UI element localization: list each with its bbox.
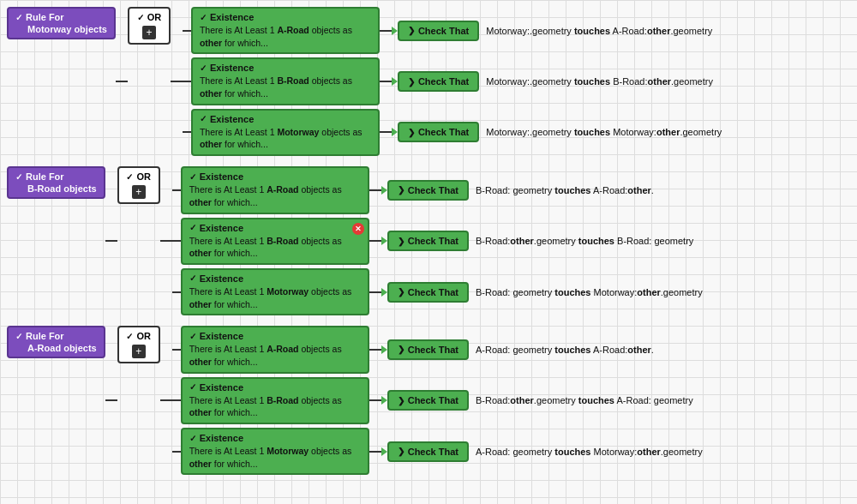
existence-box[interactable]: ✓ Existence There is At Least 1 B-Road o… [191, 57, 380, 105]
check-that-label: Check That [418, 127, 469, 137]
arrow-head-icon [381, 186, 387, 195]
add-branch-button[interactable]: + [132, 345, 146, 358]
rule-subject-bold: Motorway [27, 24, 71, 34]
check-that-box[interactable]: ❯ Check That [387, 441, 469, 462]
result-text: Motorway:.geometry touches Motorway:othe… [486, 127, 722, 137]
arrow-connector [369, 345, 387, 354]
connector-line-2 [160, 240, 172, 242]
rule-group-0: ✓ Rule For Motorway objects ✓ OR + ✓ Exi… [7, 7, 850, 156]
existence-header-label: Existence [200, 273, 243, 284]
check-that-label: Check That [408, 185, 458, 195]
existence-chevron-icon: ✓ [200, 63, 207, 73]
existence-box[interactable]: ✓ Existence There is At Least 1 A-Road o… [181, 326, 369, 373]
check-that-box[interactable]: ❯ Check That [387, 180, 469, 201]
branch-row-1: ✓ Existence ✕ There is At Least 1 B-Road… [172, 218, 703, 265]
existence-box[interactable]: ✓ Existence There is At Least 1 A-Road o… [191, 7, 380, 54]
existence-header-label: Existence [200, 171, 243, 182]
check-chevron-icon: ❯ [398, 345, 405, 354]
rule-for-box[interactable]: ✓ Rule For Motorway objects [7, 7, 116, 39]
or-box[interactable]: ✓ OR + [117, 166, 160, 204]
or-box[interactable]: ✓ OR + [128, 7, 171, 45]
existence-chevron-icon: ✓ [189, 172, 196, 182]
connector-line-2 [160, 399, 172, 401]
check-chevron-icon: ❯ [398, 185, 405, 195]
existence-text: There is At Least 1 A-Road objects as ot… [189, 183, 361, 208]
arrow-line [369, 349, 381, 351]
check-chevron-icon: ❯ [398, 447, 405, 456]
branch-row-2: ✓ Existence There is At Least 1 Motorway… [183, 109, 722, 156]
arrow-head-icon [381, 396, 387, 405]
check-that-box[interactable]: ❯ Check That [387, 231, 469, 251]
or-chevron-icon: ✓ [126, 332, 133, 341]
existence-box[interactable]: ✓ Existence ✕ There is At Least 1 B-Road… [181, 218, 369, 265]
existence-box[interactable]: ✓ Existence There is At Least 1 Motorway… [181, 428, 369, 475]
rule-for-box[interactable]: ✓ Rule For A-Road objects [7, 326, 105, 358]
existence-chevron-icon: ✓ [189, 434, 196, 443]
rule-subject-rest: objects [61, 343, 97, 353]
branch-h-line [172, 240, 181, 242]
result-text: B-Road: geometry touches Motorway:other.… [476, 287, 703, 297]
existence-box[interactable]: ✓ Existence There is At Least 1 Motorway… [181, 268, 369, 315]
check-that-box[interactable]: ❯ Check That [387, 390, 469, 411]
arrow-connector [369, 288, 387, 297]
rule-subject-bold: A-Road [27, 343, 61, 353]
check-that-box[interactable]: ❯ Check That [398, 71, 479, 92]
arrow-line [369, 240, 381, 242]
arrow-head-icon [381, 345, 387, 354]
add-branch-button[interactable]: + [132, 185, 146, 199]
check-that-box[interactable]: ❯ Check That [398, 122, 479, 142]
or-label-text: OR [147, 12, 162, 22]
existence-chevron-icon: ✓ [189, 332, 196, 341]
rule-for-label: Rule For [26, 12, 64, 22]
branch-row-0: ✓ Existence There is At Least 1 A-Road o… [172, 166, 703, 213]
arrow-line [380, 81, 392, 82]
branches-area: ✓ Existence There is At Least 1 A-Road o… [183, 7, 722, 156]
existence-box[interactable]: ✓ Existence There is At Least 1 B-Road o… [181, 377, 369, 424]
arrow-line [369, 399, 381, 401]
or-box[interactable]: ✓ OR + [117, 326, 160, 363]
existence-box[interactable]: ✓ Existence There is At Least 1 A-Road o… [181, 166, 369, 213]
chevron-icon: ✓ [15, 13, 22, 22]
existence-header-label: Existence [200, 433, 243, 443]
arrow-head-icon [381, 447, 387, 456]
add-branch-button[interactable]: + [142, 26, 156, 39]
connector-line-2 [171, 81, 183, 82]
branch-h-line [183, 81, 191, 82]
check-chevron-icon: ❯ [398, 237, 405, 246]
existence-text: There is At Least 1 A-Road objects as ot… [189, 343, 361, 368]
rule-for-box[interactable]: ✓ Rule For B-Road objects [7, 166, 105, 199]
result-text: B-Road:other.geometry touches A-Road: ge… [476, 395, 693, 405]
check-that-box[interactable]: ❯ Check That [387, 339, 469, 360]
arrow-head-icon [392, 128, 398, 136]
chevron-icon: ✓ [15, 172, 22, 182]
check-that-box[interactable]: ❯ Check That [387, 282, 469, 303]
delete-branch-button[interactable]: ✕ [352, 223, 364, 235]
arrow-head-icon [381, 288, 387, 297]
result-text: B-Road:other.geometry touches B-Road: ge… [476, 236, 693, 246]
branch-h-line [183, 30, 191, 32]
existence-chevron-icon: ✓ [189, 223, 196, 232]
check-that-box[interactable]: ❯ Check That [398, 21, 479, 41]
existence-text: There is At Least 1 B-Road objects as ot… [200, 75, 371, 99]
rule-for-label: Rule For [26, 171, 64, 182]
rule-for-label: Rule For [26, 331, 64, 341]
branch-row-0: ✓ Existence There is At Least 1 A-Road o… [172, 326, 703, 373]
arrow-connector [369, 237, 387, 245]
check-that-label: Check That [408, 236, 458, 246]
branch-row-1: ✓ Existence There is At Least 1 B-Road o… [172, 377, 703, 424]
branch-h-line [172, 291, 181, 293]
result-text: B-Road: geometry touches A-Road:other. [476, 185, 654, 195]
arrow-line [380, 131, 392, 133]
check-chevron-icon: ❯ [398, 287, 405, 297]
chevron-icon: ✓ [15, 332, 22, 341]
existence-text: There is At Least 1 B-Road objects as ot… [189, 394, 361, 419]
arrow-connector [369, 186, 387, 195]
result-text: Motorway:.geometry touches B-Road:other.… [486, 76, 713, 87]
arrow-head-icon [392, 27, 398, 35]
or-label-text: OR [136, 171, 151, 182]
existence-text: There is At Least 1 Motorway objects as … [189, 285, 361, 310]
check-chevron-icon: ❯ [398, 396, 405, 405]
existence-box[interactable]: ✓ Existence There is At Least 1 Motorway… [191, 109, 380, 156]
branch-h-line [172, 349, 181, 351]
existence-text: There is At Least 1 A-Road objects as ot… [200, 24, 371, 49]
